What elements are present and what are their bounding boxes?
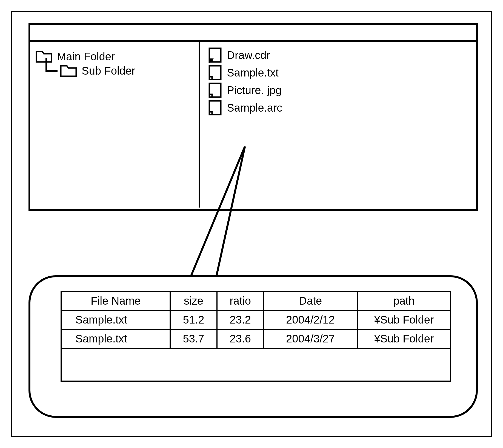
folder-tree-pane: Main Folder Sub Folder [30, 42, 200, 208]
cell-path: ¥Sub Folder [357, 310, 451, 329]
col-header-date: Date [264, 291, 357, 310]
tree-item-main-folder[interactable]: Main Folder [36, 50, 193, 63]
cell-path: ¥Sub Folder [357, 329, 451, 348]
table-header-row: File Name size ratio Date path [61, 291, 451, 310]
tree-item-label: Sub Folder [82, 65, 135, 77]
tree-item-label: Main Folder [57, 50, 115, 63]
col-header-path: path [357, 291, 451, 310]
cell-size: 51.2 [170, 310, 217, 329]
file-item-label: Sample.txt [227, 67, 279, 79]
table-empty-space [61, 348, 451, 381]
cell-ratio: 23.2 [217, 310, 264, 329]
file-item[interactable]: Sample.txt [208, 65, 468, 81]
tree-item-sub-folder[interactable]: Sub Folder [45, 64, 193, 77]
titlebar [30, 25, 476, 42]
file-item-label: Sample.arc [227, 102, 282, 114]
document-icon [208, 100, 222, 116]
archive-detail-callout: File Name size ratio Date path Sample.tx… [28, 275, 478, 418]
col-header-size: size [170, 291, 217, 310]
figure-frame: Main Folder Sub Folder Draw.cdr [11, 11, 492, 437]
folder-icon [36, 50, 53, 63]
cell-date: 2004/3/27 [264, 329, 357, 348]
file-item[interactable]: Sample.arc [208, 100, 468, 116]
folder-icon [60, 64, 77, 77]
cell-filename: Sample.txt [61, 329, 170, 348]
table-row[interactable]: Sample.txt 51.2 23.2 2004/2/12 ¥Sub Fold… [61, 310, 451, 329]
archive-detail-table: File Name size ratio Date path Sample.tx… [61, 291, 451, 382]
table-row[interactable]: Sample.txt 53.7 23.6 2004/3/27 ¥Sub Fold… [61, 329, 451, 348]
file-list-pane: Draw.cdr Sample.txt Picture. jpg [200, 42, 476, 208]
explorer-window: Main Folder Sub Folder Draw.cdr [28, 23, 478, 211]
cell-size: 53.7 [170, 329, 217, 348]
cell-ratio: 23.6 [217, 329, 264, 348]
file-item-label: Picture. jpg [227, 84, 282, 97]
file-item[interactable]: Picture. jpg [208, 82, 468, 98]
file-item[interactable]: Draw.cdr [208, 47, 468, 63]
document-icon [208, 65, 222, 81]
cell-filename: Sample.txt [61, 310, 170, 329]
document-icon [208, 82, 222, 98]
col-header-filename: File Name [61, 291, 170, 310]
document-icon [208, 47, 222, 63]
file-item-label: Draw.cdr [227, 49, 270, 61]
col-header-ratio: ratio [217, 291, 264, 310]
cell-date: 2004/2/12 [264, 310, 357, 329]
